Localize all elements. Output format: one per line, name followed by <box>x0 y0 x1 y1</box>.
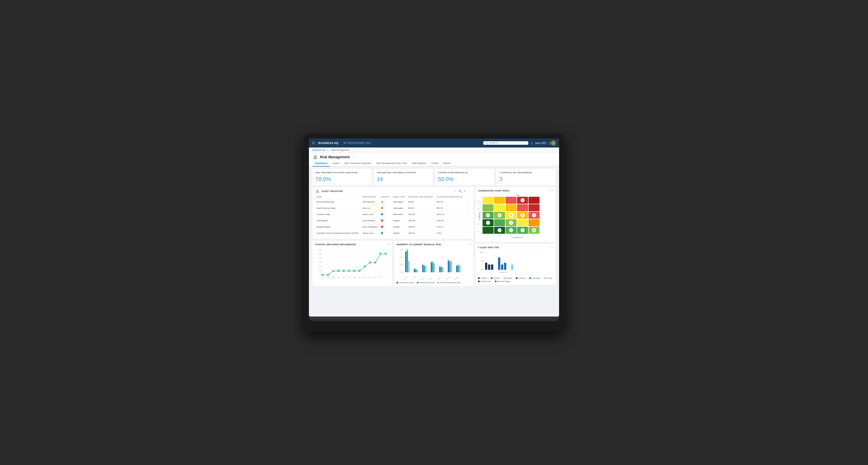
cell-menu[interactable]: ⋮ <box>465 205 471 211</box>
heatmap-cell: 3 <box>505 219 517 226</box>
dashboard: RISK TREATMENT ACTIVITIES COMPLETED 78.0… <box>309 166 559 317</box>
table-row[interactable]: Environmental Data Ola Pedersen Informat… <box>315 199 471 205</box>
cell-priority <box>379 224 392 230</box>
tab-report[interactable]: Report <box>441 160 453 166</box>
nav-prev-arrow[interactable]: ❮ <box>531 142 533 144</box>
svg-text:0.0%: 0.0% <box>327 273 330 274</box>
cell-actions: 70.0 % <box>435 224 465 230</box>
search-icon-asset[interactable]: 🔍 <box>459 190 462 193</box>
left-column: ASSET REGISTER + 🔍 ✏ ⋮ NAME <box>312 187 473 286</box>
cell-priority <box>379 218 392 224</box>
cell-menu[interactable]: ⋮ <box>465 211 471 218</box>
tab-assets[interactable]: Assets <box>330 160 342 166</box>
hamburger-icon[interactable]: ☰ <box>312 141 315 145</box>
tab-risk-development[interactable]: Risk Development Over Time <box>373 160 409 166</box>
ir-more-icon[interactable]: ⋮ <box>469 243 471 246</box>
svg-rect-97 <box>459 266 461 272</box>
metric-label-2: CONTROLS IMPLEMENTED (%) <box>438 171 491 174</box>
page-more-icon[interactable]: ⋮ <box>353 155 356 159</box>
svg-text:Nov: Nov <box>342 276 345 278</box>
edit-icon[interactable]: ✏ <box>464 190 466 193</box>
nav-next-arrow[interactable]: ❯ <box>549 142 551 144</box>
table-row[interactable]: Windpark Alpha Owe Lie Bjeiland Facility… <box>315 224 471 230</box>
metric-value-2: 50.0% <box>438 176 491 182</box>
content-grid: ASSET REGISTER + 🔍 ✏ ⋮ NAME <box>312 187 556 286</box>
cell-name: SaaS Customer Data <box>315 205 361 211</box>
svg-text:Apr: Apr <box>369 276 371 278</box>
svg-rect-85 <box>442 267 443 272</box>
col-name: NAME <box>315 195 361 199</box>
legend-facilities: Facilities <box>478 277 487 279</box>
nav-title[interactable]: BUSINESS HQ <box>318 141 338 144</box>
table-row[interactable]: SaaS Customer Data Anne Liu Information … <box>315 205 471 211</box>
heatmap-cell: 8 <box>505 212 517 219</box>
svg-rect-95 <box>456 266 458 272</box>
cell-menu[interactable]: ⋮ <box>465 199 471 205</box>
svg-text:Access control p...: Access control p... <box>426 276 433 280</box>
svg-text:Aug: Aug <box>327 276 329 278</box>
legend-residual: Residual Risk Value <box>417 282 435 284</box>
cell-type: System <box>392 218 407 224</box>
svg-text:0.30: 0.30 <box>319 262 322 263</box>
cell-menu[interactable]: ⋮ <box>465 218 471 224</box>
col-menu <box>465 195 471 199</box>
table-row[interactable]: Customer Case and Payments System (CCPS)… <box>315 230 471 236</box>
legend-systems: Systems <box>491 277 500 279</box>
svg-text:13: 13 <box>451 260 452 261</box>
cell-menu[interactable]: ⋮ <box>465 224 471 230</box>
cell-type: Information <box>392 199 407 205</box>
add-icon[interactable]: + <box>455 190 457 193</box>
cell-priority <box>379 199 392 205</box>
svg-rect-96 <box>458 266 459 272</box>
cell-menu[interactable]: ⋮ <box>465 230 471 236</box>
cell-type: Facility <box>392 224 407 230</box>
tab-trends[interactable]: Trends <box>429 160 441 166</box>
table-row[interactable]: CRM System Jane Ramirez System 100.0% 10… <box>315 218 471 224</box>
asset-type-chart: 10.00 5.00 0.00 4 <box>478 250 553 275</box>
tab-risk-register[interactable]: Risk Register <box>409 160 429 166</box>
svg-rect-80 <box>434 264 435 272</box>
tab-risk-treatment[interactable]: Risk Treatment Overview <box>342 160 373 166</box>
svg-text:Culture regulation: Culture regulation <box>451 276 459 280</box>
svg-rect-71 <box>417 270 418 272</box>
metric-card-1: ONGOING RISK TREATMENT ACTIVITIES 14 <box>374 169 433 185</box>
svg-text:50.0%: 50.0% <box>384 252 388 254</box>
svg-text:0.40: 0.40 <box>319 257 322 259</box>
svg-text:Business HQ: Business HQ <box>499 271 507 273</box>
agg-more-icon[interactable]: ⋮ <box>551 190 553 192</box>
breadcrumb-root[interactable]: Business HQ <box>312 149 326 151</box>
cell-type: Information <box>392 205 407 211</box>
asset-type-legend: Facilities Systems Building Customer Inf… <box>478 277 553 282</box>
nav-responsibilities-link[interactable]: MY RESPONSIBILITIES <box>343 142 371 144</box>
more-icon-asset[interactable]: ⋮ <box>468 190 471 193</box>
cell-name: Customer Data <box>315 211 361 218</box>
search-input[interactable] <box>489 142 526 144</box>
svg-text:50.0%: 50.0% <box>379 252 382 254</box>
svg-text:0.10: 0.10 <box>319 270 322 271</box>
svg-text:0: 0 <box>515 268 516 269</box>
cell-priority <box>379 230 392 236</box>
asset-table: NAME RESPONSIBLE PRIORITY ASSET TYPE CON… <box>315 195 471 236</box>
svg-text:3: 3 <box>502 263 502 264</box>
svg-text:May: May <box>374 276 377 278</box>
heatmap-cell <box>505 204 517 211</box>
heatmap-cell <box>494 219 505 226</box>
heatmap-badge: 1 <box>486 221 490 225</box>
page-header-icon <box>312 155 318 159</box>
cm-more-icon[interactable]: ⋮ <box>387 243 390 246</box>
tab-dashboard[interactable]: Dashboard <box>312 160 330 166</box>
cell-controls: 60.0% <box>407 199 435 205</box>
svg-text:4: 4 <box>505 261 505 263</box>
cell-controls: 80.0% <box>407 205 435 211</box>
svg-text:20.00: 20.00 <box>400 257 403 258</box>
col-controls: CONTROLS IMPLEMENTED <box>407 195 435 199</box>
svg-text:Jun: Jun <box>379 276 382 278</box>
svg-text:0.60: 0.60 <box>319 249 322 251</box>
svg-text:Different Hierarchy: Different Hierarchy <box>400 276 408 279</box>
svg-text:8: 8 <box>457 264 458 265</box>
apt-more-icon[interactable]: ⋮ <box>551 246 553 249</box>
avatar[interactable]: U <box>551 140 556 146</box>
table-row[interactable]: Customer Data Janne Lund Information 100… <box>315 211 471 218</box>
search-icon: 🔍 <box>485 142 488 144</box>
breadcrumb-current: Risk Management <box>331 149 349 151</box>
